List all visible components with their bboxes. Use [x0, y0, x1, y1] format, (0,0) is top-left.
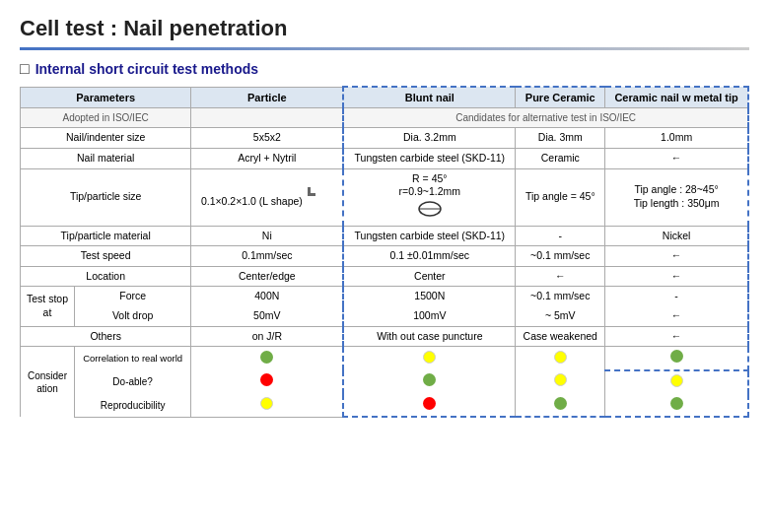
dot-yellow-icon: [554, 373, 567, 386]
val-blunt-tip-mat: Tungsten carbide steel (SKD-11): [343, 226, 516, 246]
val-pure-correlation: [516, 347, 605, 370]
section-title: □ Internal short circuit test methods: [20, 60, 749, 78]
param-correlation: Correlation to real world: [74, 347, 190, 370]
col-header-particle: Particle: [191, 87, 343, 108]
val-ceramic-tip-size: Tip angle : 28~45° Tip length : 350μm: [605, 168, 748, 226]
val-pure-speed: ~0.1 mm/sec: [516, 246, 605, 267]
val-blunt-volt: 100mV: [343, 306, 516, 326]
val-pure-tip-mat: -: [516, 226, 605, 246]
val-particle-force: 400N: [191, 287, 343, 306]
val-pure-tip-size: Tip angle = 45°: [516, 168, 605, 226]
val-pure-repro: [516, 394, 605, 418]
val-ceramic-doable: [605, 370, 748, 394]
table-row: Tip/particle size 0.1×0.2×1.0 (L shape) …: [21, 168, 749, 226]
param-nail-size: Nail/indenter size: [21, 128, 191, 149]
param-test-speed: Test speed: [21, 246, 191, 267]
val-ceramic-tip-mat: Nickel: [605, 226, 748, 246]
val-ceramic-nail-size: 1.0mm: [605, 128, 748, 149]
table-row: Location Center/edge Center ← ←: [21, 266, 749, 287]
dot-yellow-icon: [554, 351, 567, 364]
svg-rect-1: [308, 187, 311, 196]
val-blunt-nail-mat: Tungsten carbide steel (SKD-11): [343, 148, 516, 168]
table-row-reproducibility: Reproducibility: [21, 394, 749, 418]
val-pure-volt: ~ 5mV: [516, 306, 605, 326]
table-row: Nail material Acryl + Nytril Tungsten ca…: [21, 148, 749, 168]
table-row-test-stop-force: Test stopat Force 400N 1500N ~0.1 mm/sec…: [21, 287, 749, 306]
page-title: Cell test : Nail penetration: [20, 16, 749, 41]
val-pure-nail-size: Dia. 3mm: [516, 128, 605, 149]
comparison-table: Parameters Particle Blunt nail Pure Cera…: [20, 86, 749, 418]
param-reproducibility: Reproducibility: [74, 394, 190, 418]
val-blunt-nail-size: Dia. 3.2mm: [343, 128, 516, 149]
adopted-particle: [191, 108, 343, 128]
val-particle-repro: [191, 394, 343, 418]
val-pure-doable: [516, 370, 605, 394]
dot-red-icon: [423, 397, 436, 410]
val-pure-others: Case weakened: [516, 326, 605, 347]
val-particle-tip-size: 0.1×0.2×1.0 (L shape): [191, 168, 343, 226]
val-blunt-force: 1500N: [343, 287, 516, 306]
title-underline: [20, 47, 749, 50]
table-row-doable: Do-able?: [21, 370, 749, 394]
val-ceramic-correlation: [605, 347, 748, 370]
val-pure-location: ←: [516, 266, 605, 287]
adopted-left: Adopted in ISO/IEC: [21, 108, 191, 128]
l-shape-icon: [306, 185, 333, 205]
table-row-test-stop-volt: Volt drop 50mV 100mV ~ 5mV ←: [21, 306, 749, 326]
val-particle-nail-size: 5x5x2: [191, 128, 343, 149]
param-location: Location: [21, 266, 191, 287]
val-pure-force: ~0.1 mm/sec: [516, 287, 605, 306]
val-particle-correlation: [191, 347, 343, 370]
param-group-test-stop: Test stopat: [21, 287, 75, 326]
val-particle-doable: [191, 370, 343, 394]
table-row: Tip/particle material Ni Tungsten carbid…: [21, 226, 749, 246]
adopted-row: Adopted in ISO/IEC Candidates for altern…: [21, 108, 749, 128]
val-blunt-correlation: [343, 347, 516, 370]
dot-yellow-icon: [260, 397, 273, 410]
dot-yellow-icon: [423, 351, 436, 364]
dot-green-icon: [423, 373, 436, 386]
val-blunt-others: With out case puncture: [343, 326, 516, 347]
val-particle-volt: 50mV: [191, 306, 343, 326]
dot-green-icon: [260, 351, 273, 364]
val-ceramic-speed: ←: [605, 246, 748, 267]
val-ceramic-others: ←: [605, 326, 748, 347]
val-particle-location: Center/edge: [191, 266, 343, 287]
val-ceramic-nail-mat: ←: [605, 148, 748, 168]
checkbox-icon: □: [20, 60, 30, 78]
param-force: Force: [74, 287, 190, 306]
dot-green-icon: [670, 397, 683, 410]
dot-yellow-icon: [670, 374, 683, 387]
dot-green-icon: [554, 397, 567, 410]
col-header-ceramic: Ceramic nail w metal tip: [605, 87, 748, 108]
dot-green-icon: [670, 350, 683, 363]
table-row: Test speed 0.1mm/sec 0.1 ±0.01mm/sec ~0.…: [21, 246, 749, 267]
table-row-correlation: Consideration Correlation to real world: [21, 347, 749, 370]
col-header-params: Parameters: [21, 87, 191, 108]
val-blunt-doable: [343, 370, 516, 394]
param-volt-drop: Volt drop: [74, 306, 190, 326]
val-blunt-repro: [343, 394, 516, 418]
param-tip-size: Tip/particle size: [21, 168, 191, 226]
blunt-shape-icon: [415, 199, 445, 219]
val-blunt-speed: 0.1 ±0.01mm/sec: [343, 246, 516, 267]
param-group-consideration: Consideration: [21, 347, 75, 417]
val-blunt-tip-size: R = 45° r=0.9~1.2mm: [343, 168, 516, 226]
candidates-label: Candidates for alternative test in ISO/I…: [343, 108, 748, 128]
col-header-pure: Pure Ceramic: [516, 87, 605, 108]
param-nail-material: Nail material: [21, 148, 191, 168]
val-ceramic-volt: ←: [605, 306, 748, 326]
val-blunt-location: Center: [343, 266, 516, 287]
param-tip-mat: Tip/particle material: [21, 226, 191, 246]
val-ceramic-repro: [605, 394, 748, 418]
val-particle-speed: 0.1mm/sec: [191, 246, 343, 267]
val-particle-tip-mat: Ni: [191, 226, 343, 246]
param-doable: Do-able?: [74, 370, 190, 394]
val-pure-nail-mat: Ceramic: [516, 148, 605, 168]
val-particle-nail-mat: Acryl + Nytril: [191, 148, 343, 168]
val-ceramic-force: -: [605, 287, 748, 306]
param-others: Others: [21, 326, 191, 347]
table-row-others: Others on J/R With out case puncture Cas…: [21, 326, 749, 347]
table-row: Nail/indenter size 5x5x2 Dia. 3.2mm Dia.…: [21, 128, 749, 149]
val-ceramic-location: ←: [605, 266, 748, 287]
